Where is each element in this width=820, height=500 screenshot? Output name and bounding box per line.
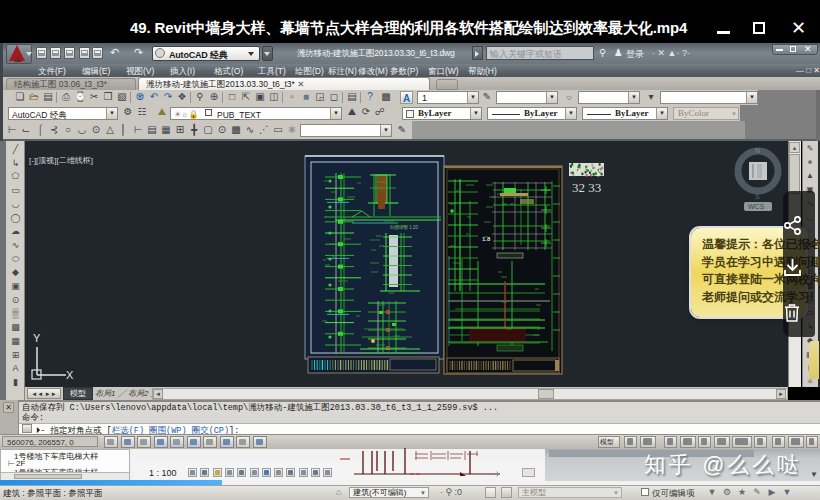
- svg-text:S: S: [755, 193, 760, 200]
- svg-text:WCS: WCS: [748, 203, 765, 210]
- svg-text:N: N: [755, 147, 760, 154]
- svg-text:32 33: 32 33: [572, 180, 601, 195]
